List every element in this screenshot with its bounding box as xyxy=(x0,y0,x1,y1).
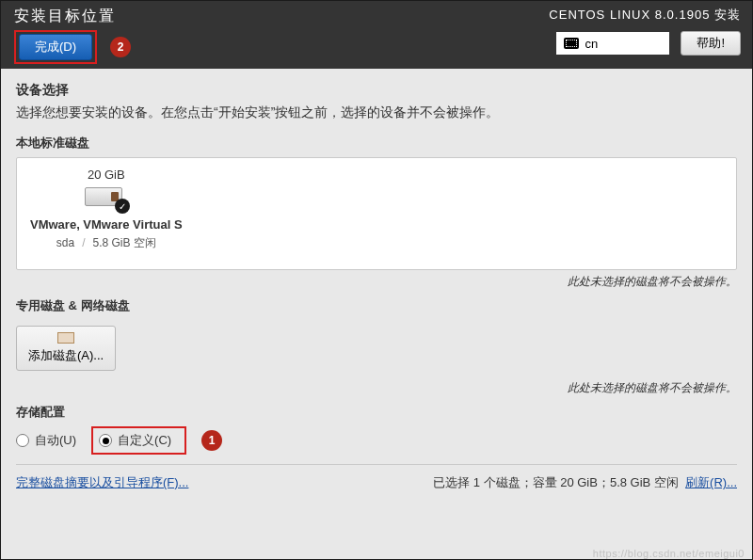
add-disk-icon xyxy=(57,332,74,344)
done-annotation-box: 完成(D) xyxy=(14,30,97,64)
footer-status: 已选择 1 个磁盘；容量 20 GiB；5.8 GiB 空闲 刷新(R)... xyxy=(433,474,737,491)
annotation-badge-1: 1 xyxy=(201,430,222,451)
disk-item[interactable]: 20 GiB ✓ VMware, VMware Virtual S sda/5.… xyxy=(30,168,183,251)
device-select-desc: 选择您想要安装的设备。在您点击“开始安装”按钮之前，选择的设备并不会被操作。 xyxy=(16,104,737,121)
disk-subinfo: sda/5.8 GiB 空闲 xyxy=(56,235,156,251)
device-select-title: 设备选择 xyxy=(16,82,737,99)
radio-auto[interactable]: 自动(U) xyxy=(16,432,76,449)
radio-auto-label: 自动(U) xyxy=(35,432,76,449)
watermark: https://blog.csdn.net/emeigui0 xyxy=(593,548,745,559)
storage-config-title: 存储配置 xyxy=(16,404,737,421)
hard-disk-icon: ✓ xyxy=(85,185,128,212)
special-disk-title: 专用磁盘 & 网络磁盘 xyxy=(16,297,737,314)
radio-icon xyxy=(16,434,29,447)
annotation-badge-2: 2 xyxy=(110,37,131,57)
local-disk-panel: 20 GiB ✓ VMware, VMware Virtual S sda/5.… xyxy=(16,157,737,270)
page-title: 安装目标位置 xyxy=(14,7,116,26)
keyboard-layout-label: cn xyxy=(585,37,598,51)
add-disk-button[interactable]: 添加磁盘(A)... xyxy=(16,326,116,371)
custom-annotation-box: 自定义(C) xyxy=(91,426,186,455)
keyboard-icon xyxy=(564,38,579,49)
divider xyxy=(16,464,737,465)
radio-custom[interactable]: 自定义(C) xyxy=(99,432,171,449)
product-name: CENTOS LINUX 8.0.1905 安装 xyxy=(549,7,741,24)
local-disk-note: 此处未选择的磁盘将不会被操作。 xyxy=(16,274,737,290)
disk-size: 20 GiB xyxy=(88,168,125,182)
special-disk-note: 此处未选择的磁盘将不会被操作。 xyxy=(16,380,737,396)
radio-custom-label: 自定义(C) xyxy=(118,432,171,449)
done-button[interactable]: 完成(D) xyxy=(19,34,92,60)
disk-summary-link[interactable]: 完整磁盘摘要以及引导程序(F)... xyxy=(16,474,188,491)
keyboard-layout-indicator[interactable]: cn xyxy=(556,32,669,55)
refresh-link[interactable]: 刷新(R)... xyxy=(685,475,737,489)
radio-icon-checked xyxy=(99,434,112,447)
add-disk-label: 添加磁盘(A)... xyxy=(28,347,104,364)
help-button[interactable]: 帮助! xyxy=(681,31,741,56)
disk-label: VMware, VMware Virtual S xyxy=(30,217,183,232)
check-icon: ✓ xyxy=(115,199,130,214)
local-disk-title: 本地标准磁盘 xyxy=(16,135,737,152)
